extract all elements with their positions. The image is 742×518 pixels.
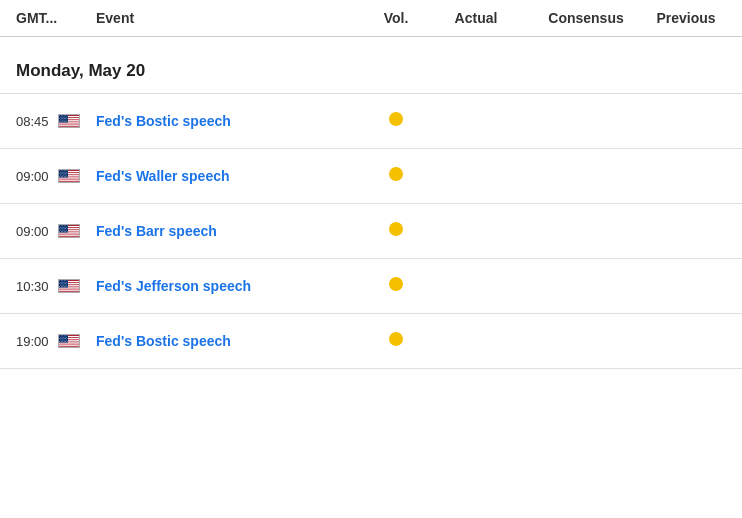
svg-point-69 bbox=[62, 173, 63, 174]
event-name[interactable]: Fed's Bostic speech bbox=[96, 333, 366, 349]
svg-point-150 bbox=[66, 282, 67, 283]
svg-point-147 bbox=[62, 282, 63, 283]
svg-rect-92 bbox=[59, 234, 80, 235]
svg-point-112 bbox=[64, 228, 65, 229]
svg-point-207 bbox=[64, 341, 65, 342]
svg-point-159 bbox=[63, 285, 64, 286]
svg-point-76 bbox=[65, 175, 66, 176]
time-text: 09:00 bbox=[16, 224, 54, 239]
svg-point-166 bbox=[65, 286, 66, 287]
svg-point-141 bbox=[61, 280, 62, 281]
svg-point-183 bbox=[61, 335, 62, 336]
event-vol bbox=[366, 222, 426, 240]
svg-point-38 bbox=[62, 121, 63, 122]
table-row[interactable]: 09:00 Fed's Barr speech bbox=[0, 204, 742, 259]
svg-rect-136 bbox=[59, 291, 80, 292]
svg-point-79 bbox=[61, 176, 62, 177]
svg-point-70 bbox=[64, 173, 65, 174]
svg-rect-94 bbox=[59, 236, 80, 237]
svg-point-125 bbox=[67, 231, 68, 232]
vol-dot-icon bbox=[389, 332, 403, 346]
table-row[interactable]: 09:00 Fed's Waller speech bbox=[0, 149, 742, 204]
svg-point-196 bbox=[64, 338, 65, 339]
svg-rect-7 bbox=[59, 123, 80, 124]
event-name[interactable]: Fed's Waller speech bbox=[96, 168, 366, 184]
svg-point-156 bbox=[67, 283, 68, 284]
svg-rect-181 bbox=[59, 335, 68, 343]
vol-dot-icon bbox=[389, 167, 403, 181]
svg-rect-176 bbox=[59, 344, 80, 345]
event-time: 10:30 bbox=[16, 279, 96, 294]
svg-point-182 bbox=[59, 335, 60, 336]
svg-rect-135 bbox=[59, 290, 80, 291]
svg-rect-139 bbox=[59, 280, 68, 288]
col-event-label: Event bbox=[96, 10, 366, 26]
svg-point-149 bbox=[65, 282, 66, 283]
svg-rect-50 bbox=[59, 179, 80, 180]
svg-point-118 bbox=[65, 230, 66, 231]
event-name[interactable]: Fed's Jefferson speech bbox=[96, 278, 366, 294]
svg-point-41 bbox=[67, 121, 68, 122]
svg-rect-93 bbox=[59, 235, 80, 236]
svg-point-122 bbox=[62, 231, 63, 232]
svg-point-208 bbox=[65, 341, 66, 342]
svg-point-190 bbox=[63, 337, 64, 338]
time-text: 09:00 bbox=[16, 169, 54, 184]
svg-point-114 bbox=[67, 228, 68, 229]
svg-point-151 bbox=[59, 283, 60, 284]
svg-point-119 bbox=[66, 230, 67, 231]
svg-point-189 bbox=[62, 337, 63, 338]
svg-point-15 bbox=[61, 115, 62, 116]
svg-point-199 bbox=[60, 340, 61, 341]
svg-point-81 bbox=[64, 176, 65, 177]
svg-point-148 bbox=[63, 282, 64, 283]
event-time: 09:00 bbox=[16, 224, 96, 239]
svg-point-194 bbox=[61, 338, 62, 339]
svg-rect-51 bbox=[59, 180, 80, 181]
svg-point-17 bbox=[64, 115, 65, 116]
svg-rect-8 bbox=[59, 124, 80, 125]
svg-point-155 bbox=[65, 283, 66, 284]
vol-dot-icon bbox=[389, 277, 403, 291]
svg-rect-95 bbox=[59, 237, 80, 238]
table-row[interactable]: 10:30 Fed's Jefferson speech bbox=[0, 259, 742, 314]
flag-usa-icon bbox=[58, 224, 80, 238]
svg-point-101 bbox=[64, 225, 65, 226]
svg-point-71 bbox=[65, 173, 66, 174]
svg-rect-133 bbox=[59, 288, 80, 289]
svg-rect-134 bbox=[59, 289, 80, 290]
svg-point-64 bbox=[63, 172, 64, 173]
event-name[interactable]: Fed's Barr speech bbox=[96, 223, 366, 239]
col-previous-label: Previous bbox=[646, 10, 726, 26]
event-name[interactable]: Fed's Bostic speech bbox=[96, 113, 366, 129]
svg-point-140 bbox=[59, 280, 60, 281]
flag-usa-icon bbox=[58, 334, 80, 348]
svg-rect-179 bbox=[59, 347, 80, 348]
svg-point-146 bbox=[60, 282, 61, 283]
col-consensus-label: Consensus bbox=[526, 10, 646, 26]
svg-point-197 bbox=[65, 338, 66, 339]
svg-point-57 bbox=[61, 170, 62, 171]
table-row[interactable]: 08:45 Fed's Bostic speech bbox=[0, 94, 742, 149]
svg-point-104 bbox=[60, 227, 61, 228]
svg-point-163 bbox=[61, 286, 62, 287]
svg-point-25 bbox=[59, 118, 60, 119]
svg-point-34 bbox=[65, 120, 66, 121]
svg-point-123 bbox=[64, 231, 65, 232]
svg-point-200 bbox=[62, 340, 63, 341]
svg-rect-175 bbox=[59, 343, 80, 344]
svg-point-102 bbox=[65, 225, 66, 226]
svg-point-99 bbox=[61, 225, 62, 226]
flag-usa-icon bbox=[58, 114, 80, 128]
svg-point-98 bbox=[59, 225, 60, 226]
svg-point-75 bbox=[63, 175, 64, 176]
svg-rect-55 bbox=[59, 170, 68, 178]
table-row[interactable]: 19:00 Fed's Bostic speech bbox=[0, 314, 742, 369]
event-time: 09:00 bbox=[16, 169, 96, 184]
svg-point-66 bbox=[66, 172, 67, 173]
svg-point-206 bbox=[62, 341, 63, 342]
svg-point-56 bbox=[59, 170, 60, 171]
svg-point-198 bbox=[67, 338, 68, 339]
svg-point-113 bbox=[65, 228, 66, 229]
flag-usa-icon bbox=[58, 169, 80, 183]
